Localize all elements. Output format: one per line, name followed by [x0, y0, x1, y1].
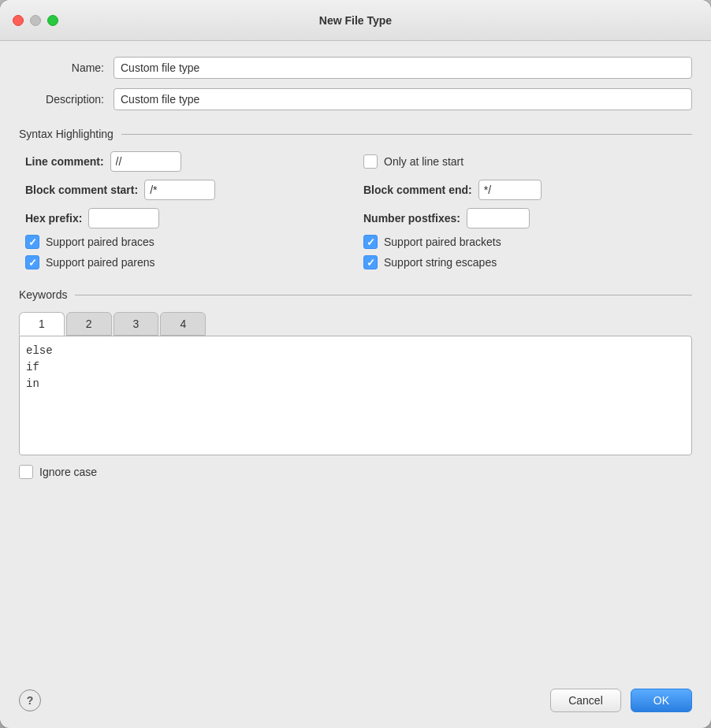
dialog-content: Name: Description: Syntax Highlighting L… — [0, 41, 711, 678]
hex-prefix-label: Hex prefix: — [25, 212, 82, 225]
keywords-tabs: 1 2 3 4 — [19, 312, 692, 336]
line-comment-input[interactable] — [110, 151, 181, 172]
syntax-grid: Line comment: Only at line start Block c… — [19, 151, 692, 228]
block-comment-start-input[interactable] — [144, 180, 215, 200]
number-postfixes-label: Number postfixes: — [363, 212, 460, 225]
support-parens-checkbox[interactable] — [25, 255, 39, 269]
block-comment-end-row: Block comment end: — [363, 180, 686, 200]
help-button[interactable]: ? — [19, 689, 41, 711]
ok-button[interactable]: OK — [631, 689, 692, 712]
only-at-line-start-row: Only at line start — [363, 151, 686, 172]
support-parens-row: Support paired parens — [25, 255, 348, 269]
dialog-title: New File Type — [319, 14, 392, 27]
only-at-line-start-checkbox[interactable] — [363, 154, 378, 169]
tab-4[interactable]: 4 — [160, 312, 206, 336]
syntax-highlighting-divider: Syntax Highlighting — [19, 128, 692, 140]
checkboxes-grid: Support paired braces Support paired bra… — [19, 228, 692, 269]
support-braces-label: Support paired braces — [46, 236, 154, 248]
line-comment-row: Line comment: — [25, 151, 348, 172]
hex-prefix-input[interactable] — [88, 208, 159, 228]
support-brackets-row: Support paired brackets — [363, 235, 686, 249]
name-label: Name: — [19, 61, 114, 74]
description-input[interactable] — [114, 88, 692, 110]
keywords-divider-line — [75, 295, 692, 295]
ignore-case-label: Ignore case — [39, 466, 97, 478]
block-comment-end-input[interactable] — [478, 180, 542, 200]
block-comment-start-label: Block comment start: — [25, 184, 138, 196]
tab-2[interactable]: 2 — [66, 312, 112, 336]
close-button[interactable] — [13, 15, 24, 26]
minimize-button[interactable] — [30, 15, 41, 26]
block-comment-start-row: Block comment start: — [25, 180, 348, 200]
keywords-divider: Keywords — [19, 288, 692, 301]
hex-prefix-row: Hex prefix: — [25, 208, 348, 228]
maximize-button[interactable] — [47, 15, 58, 26]
support-parens-label: Support paired parens — [46, 256, 155, 269]
line-comment-label: Line comment: — [25, 155, 104, 168]
ignore-case-row: Ignore case — [19, 465, 692, 479]
tab-3[interactable]: 3 — [114, 312, 159, 336]
syntax-highlighting-label: Syntax Highlighting — [19, 128, 121, 140]
dialog-footer: ? Cancel OK — [0, 678, 711, 728]
support-braces-row: Support paired braces — [25, 235, 348, 249]
support-escapes-label: Support string escapes — [384, 256, 497, 269]
keywords-textarea[interactable]: else if in — [26, 343, 685, 445]
block-comment-end-label: Block comment end: — [363, 184, 472, 196]
title-bar: New File Type — [0, 0, 711, 41]
support-brackets-label: Support paired brackets — [384, 236, 501, 248]
keywords-section: Keywords 1 2 3 4 else if in — [19, 280, 692, 455]
dialog-window: New File Type Name: Description: Syntax … — [0, 0, 711, 728]
name-row: Name: — [19, 57, 692, 79]
tab-1[interactable]: 1 — [19, 312, 65, 336]
number-postfixes-row: Number postfixes: — [363, 208, 686, 228]
only-at-line-start-label: Only at line start — [384, 155, 463, 168]
keywords-textarea-wrapper: else if in — [19, 336, 692, 455]
cancel-button[interactable]: Cancel — [550, 689, 621, 712]
footer-buttons: Cancel OK — [550, 689, 692, 712]
support-escapes-checkbox[interactable] — [363, 255, 378, 269]
description-label: Description: — [19, 93, 114, 106]
ignore-case-checkbox[interactable] — [19, 465, 33, 479]
support-brackets-checkbox[interactable] — [363, 235, 378, 249]
divider-line — [121, 134, 692, 135]
number-postfixes-input[interactable] — [467, 208, 530, 228]
traffic-lights — [13, 15, 58, 26]
keywords-label: Keywords — [19, 288, 75, 301]
description-row: Description: — [19, 88, 692, 110]
name-input[interactable] — [114, 57, 692, 79]
support-braces-checkbox[interactable] — [25, 235, 39, 249]
support-escapes-row: Support string escapes — [363, 255, 686, 269]
